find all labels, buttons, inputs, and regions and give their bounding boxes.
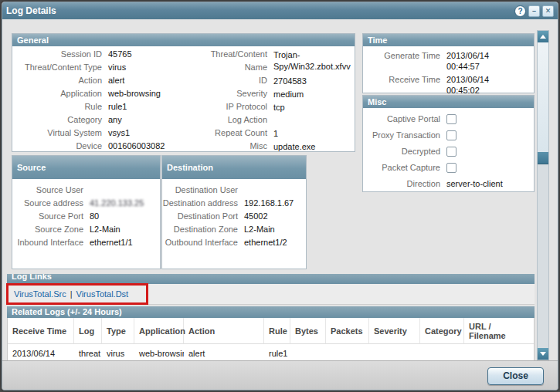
dialog-footer: Close — [2, 360, 558, 390]
scrollbar-thumb[interactable] — [538, 42, 548, 164]
field-label: Source address — [12, 197, 90, 210]
dialog-titlebar[interactable]: Log Details ? – ✕ — [2, 2, 558, 19]
field-row: Receive Time2013/06/14 00:45:02 — [363, 73, 534, 96]
table-cell — [464, 344, 535, 360]
column-header[interactable]: Action — [184, 318, 264, 344]
virustotal-src-link[interactable]: VirusTotal.Src — [14, 289, 66, 299]
column-header[interactable]: Type — [102, 318, 134, 344]
table-cell — [369, 344, 420, 360]
field-value: 2704583 — [273, 74, 351, 87]
packet-capture-checkbox[interactable] — [446, 163, 456, 173]
minimize-icon[interactable]: – — [528, 5, 540, 17]
field-row: Source address41.220.133.25 — [12, 197, 160, 210]
misc-section-header: Misc — [363, 96, 534, 108]
field-row: Threat/Content NameTrojan-Spy/Win32.zbot… — [188, 48, 355, 74]
field-label: IP Protocol — [188, 100, 273, 113]
column-header[interactable]: Packets — [326, 318, 369, 344]
column-header[interactable]: Category — [420, 318, 464, 344]
field-label: Packet Capture — [363, 160, 446, 176]
field-value: 45765 — [108, 48, 132, 61]
field-value: 45002 — [244, 210, 268, 223]
related-logs-header-row: Receive Time Log Type Application Action… — [8, 318, 534, 344]
field-row: Virtual Systemvsys1 — [12, 127, 188, 140]
field-value: virus — [108, 61, 126, 74]
related-logs-partial-row[interactable]: 2013/06/14 threat virus web-browsing ale… — [8, 344, 534, 360]
field-value: 001606003082 — [108, 140, 165, 153]
field-value: ethernet1/2 — [244, 236, 287, 249]
field-row: Applicationweb-browsing — [12, 87, 188, 100]
window-controls: ? – ✕ — [514, 5, 554, 17]
field-row: Source ZoneL2-Main — [12, 223, 160, 236]
table-cell: virus — [102, 344, 134, 360]
field-row: Destination User — [162, 184, 306, 197]
field-value: ethernet1/1 — [90, 236, 133, 249]
help-icon[interactable]: ? — [514, 5, 526, 17]
scroll-up-button[interactable] — [538, 31, 548, 42]
destination-section: Destination Destination User Destination… — [161, 155, 307, 269]
time-section-header: Time — [363, 34, 534, 46]
checkbox-row: Proxy Transaction — [363, 127, 534, 144]
table-cell — [420, 344, 464, 360]
decrypted-checkbox[interactable] — [446, 147, 456, 157]
vertical-scrollbar[interactable] — [537, 30, 549, 360]
field-value: 1 — [273, 127, 351, 140]
table-cell — [326, 344, 369, 360]
close-icon[interactable]: ✕ — [542, 5, 554, 17]
destination-section-header: Destination — [162, 156, 306, 179]
field-row: Generate Time2013/06/14 00:44:57 — [363, 49, 534, 72]
field-value: 192.168.1.67 — [244, 197, 294, 210]
field-label: Receive Time — [363, 73, 446, 96]
time-section: Time Generate Time2013/06/14 00:44:57 Re… — [362, 33, 535, 93]
field-label: Misc — [188, 140, 273, 153]
checkbox-row: Captive Portal — [363, 111, 534, 127]
field-label: Decrypted — [363, 144, 446, 160]
column-header[interactable]: Rule — [264, 318, 290, 344]
proxy-transaction-checkbox[interactable] — [446, 130, 456, 140]
field-label: Rule — [12, 100, 108, 113]
destination-section-body: Destination User Destination address192.… — [162, 179, 306, 249]
field-label: Application — [12, 87, 108, 100]
log-links-row: VirusTotal.Src | VirusTotal.Dst — [7, 284, 535, 305]
field-row: Actionalert — [12, 74, 188, 87]
arrow-down-icon — [540, 352, 546, 356]
dialog-title: Log Details — [6, 5, 56, 16]
field-value: medium — [273, 87, 351, 100]
field-label: Proxy Transaction — [363, 127, 446, 144]
column-header[interactable]: Receive Time — [8, 318, 74, 344]
field-row: Source Port80 — [12, 210, 160, 223]
field-label: Generate Time — [363, 49, 446, 72]
table-cell: 2013/06/14 — [8, 344, 74, 360]
field-row: Categoryany — [12, 113, 188, 127]
field-value: Trojan-Spy/Win32.zbot.xfvv — [273, 48, 351, 74]
field-label: Destination Zone — [162, 223, 244, 236]
column-header[interactable]: Severity — [369, 318, 420, 344]
field-label: Source Zone — [12, 223, 90, 236]
general-left-column: Session ID45765 Threat/Content Typevirus… — [12, 48, 188, 153]
captive-portal-checkbox[interactable] — [446, 114, 456, 124]
field-value: L2-Main — [244, 223, 275, 236]
field-label: Session ID — [12, 48, 108, 61]
field-row: Miscupdate.exe — [188, 140, 355, 153]
log-details-dialog: Log Details ? – ✕ General Session ID4576… — [2, 2, 558, 390]
column-header[interactable]: Bytes — [290, 318, 326, 344]
table-cell: rule1 — [264, 344, 290, 360]
column-header[interactable]: Application — [134, 318, 184, 344]
virustotal-dst-link[interactable]: VirusTotal.Dst — [76, 289, 129, 299]
checkbox-row: Packet Capture — [363, 160, 534, 176]
field-row: Directionserver-to-client — [363, 176, 534, 192]
field-value — [273, 113, 351, 127]
column-header[interactable]: Log — [74, 318, 102, 344]
scroll-down-button[interactable] — [538, 348, 548, 360]
scrollbar-track[interactable] — [538, 42, 548, 348]
field-value: 2013/06/14 00:44:57 — [446, 49, 505, 72]
field-label: Device — [12, 140, 108, 153]
close-button[interactable]: Close — [487, 367, 544, 385]
log-links-section-header: Log Links — [7, 274, 535, 284]
time-section-body: Generate Time2013/06/14 00:44:57 Receive… — [363, 46, 534, 96]
field-row: Inbound Interfaceethernet1/1 — [12, 236, 160, 249]
field-row: Log Action — [188, 113, 355, 127]
general-section: General Session ID45765 Threat/Content T… — [12, 33, 355, 152]
field-row: Destination ZoneL2-Main — [162, 223, 306, 236]
field-label: Captive Portal — [363, 111, 446, 127]
column-header[interactable]: URL / Filename — [464, 318, 535, 344]
